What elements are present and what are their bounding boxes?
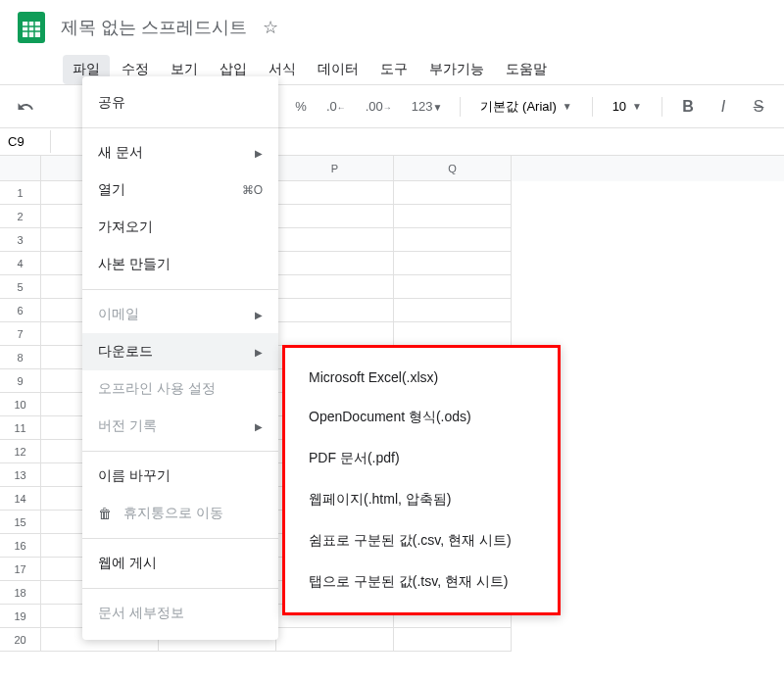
chevron-right-icon: ▶ (255, 347, 263, 358)
download-csv[interactable]: 쉼표로 구분된 값(.csv, 현재 시트) (285, 520, 558, 561)
row-header[interactable]: 14 (0, 487, 41, 511)
menu-item-version-history: 버전 기록▶ (82, 408, 278, 445)
cell[interactable] (276, 181, 394, 205)
keyboard-shortcut: ⌘O (242, 183, 263, 197)
cell[interactable] (276, 205, 394, 228)
cell[interactable] (276, 322, 394, 346)
italic-button[interactable]: I (710, 93, 737, 121)
row-header[interactable]: 20 (0, 628, 41, 652)
trash-icon: 🗑 (98, 506, 112, 521)
file-dropdown-menu: 공유 새 문서▶ 열기⌘O 가져오기 사본 만들기 이메일▶ 다운로드▶ 오프라… (82, 76, 278, 640)
row-header[interactable]: 1 (0, 181, 41, 205)
number-format-dropdown[interactable]: 123▼ (406, 95, 449, 118)
download-tsv[interactable]: 탭으로 구분된 값(.tsv, 현재 시트) (285, 561, 558, 603)
row-header[interactable]: 10 (0, 393, 41, 416)
row-header[interactable]: 13 (0, 463, 41, 487)
download-submenu: Microsoft Excel(.xlsx) OpenDocument 형식(.… (282, 345, 561, 615)
cell[interactable] (276, 275, 394, 299)
cell[interactable] (276, 252, 394, 275)
cell[interactable] (394, 252, 512, 275)
row-header[interactable]: 17 (0, 558, 41, 581)
column-header[interactable]: P (276, 156, 394, 181)
chevron-right-icon: ▶ (255, 310, 263, 320)
font-family-label: 기본값 (Arial) (480, 98, 556, 116)
menu-item-share[interactable]: 공유 (82, 84, 278, 122)
cell[interactable] (394, 275, 512, 299)
menu-separator (82, 588, 278, 589)
download-pdf[interactable]: PDF 문서(.pdf) (285, 438, 558, 479)
percent-format-button[interactable]: % (289, 95, 313, 118)
row-header[interactable]: 19 (0, 605, 41, 628)
row-header[interactable]: 18 (0, 581, 41, 605)
font-family-dropdown[interactable]: 기본값 (Arial) ▼ (472, 94, 579, 120)
star-icon[interactable]: ☆ (263, 17, 278, 38)
chevron-right-icon: ▶ (255, 148, 263, 159)
row-header[interactable]: 2 (0, 205, 41, 228)
row-header[interactable]: 9 (0, 369, 41, 393)
cell[interactable] (394, 628, 512, 652)
menu-item-offline: 오프라인 사용 설정 (82, 370, 278, 408)
row-header[interactable]: 15 (0, 511, 41, 534)
menu-item-download[interactable]: 다운로드▶ (82, 333, 278, 370)
menu-item-import[interactable]: 가져오기 (82, 209, 278, 246)
menu-separator (82, 127, 278, 128)
row-header[interactable]: 8 (0, 346, 41, 369)
menu-separator (82, 538, 278, 539)
increase-decimal-button[interactable]: .00→ (360, 95, 398, 118)
menu-item-details: 문서 세부정보 (82, 595, 278, 632)
select-all-cell[interactable] (0, 156, 41, 181)
bold-button[interactable]: B (674, 93, 702, 121)
menu-help[interactable]: 도움말 (496, 55, 557, 84)
row-header[interactable]: 11 (0, 416, 41, 440)
download-xlsx[interactable]: Microsoft Excel(.xlsx) (285, 358, 558, 397)
download-html[interactable]: 웹페이지(.html, 압축됨) (285, 479, 558, 520)
menu-tools[interactable]: 도구 (370, 55, 417, 84)
menu-item-publish[interactable]: 웹에 게시 (82, 545, 278, 582)
toolbar-separator (460, 97, 461, 117)
strikethrough-button[interactable]: S (745, 93, 772, 121)
cell[interactable] (394, 205, 512, 228)
svg-rect-1 (23, 22, 40, 37)
name-box[interactable]: C9 (0, 130, 51, 153)
cell[interactable] (394, 228, 512, 252)
row-header[interactable]: 7 (0, 322, 41, 346)
menu-item-open[interactable]: 열기⌘O (82, 171, 278, 209)
sheets-logo[interactable] (12, 8, 51, 47)
menu-item-new[interactable]: 새 문서▶ (82, 134, 278, 171)
row-header[interactable]: 4 (0, 252, 41, 275)
cell[interactable] (394, 299, 512, 322)
row-header[interactable]: 12 (0, 440, 41, 463)
chevron-right-icon: ▶ (255, 421, 263, 432)
row-header[interactable]: 6 (0, 299, 41, 322)
cell[interactable] (394, 181, 512, 205)
download-ods[interactable]: OpenDocument 형식(.ods) (285, 397, 558, 438)
cell[interactable] (276, 299, 394, 322)
menu-item-email: 이메일▶ (82, 296, 278, 333)
row-header[interactable]: 16 (0, 534, 41, 558)
menu-addons[interactable]: 부가기능 (419, 55, 494, 84)
undo-button[interactable] (12, 93, 39, 121)
cell[interactable] (276, 228, 394, 252)
chevron-down-icon: ▼ (563, 101, 572, 112)
menu-item-trash: 🗑휴지통으로 이동 (82, 495, 278, 532)
menu-separator (82, 451, 278, 452)
chevron-down-icon: ▼ (632, 101, 642, 112)
column-header[interactable]: Q (394, 156, 512, 181)
menu-item-make-copy[interactable]: 사본 만들기 (82, 246, 278, 283)
menu-item-rename[interactable]: 이름 바꾸기 (82, 458, 278, 495)
document-title[interactable]: 제목 없는 스프레드시트 (61, 16, 247, 39)
menu-separator (82, 289, 278, 290)
font-size-dropdown[interactable]: 10 ▼ (605, 95, 650, 118)
menu-data[interactable]: 데이터 (308, 55, 368, 84)
cell[interactable] (394, 322, 512, 346)
row-header[interactable]: 3 (0, 228, 41, 252)
decrease-decimal-button[interactable]: .0← (320, 95, 352, 118)
row-header[interactable]: 5 (0, 275, 41, 299)
toolbar-separator (662, 97, 662, 117)
toolbar-separator (592, 97, 593, 117)
font-size-label: 10 (612, 99, 626, 114)
cell[interactable] (276, 628, 394, 652)
